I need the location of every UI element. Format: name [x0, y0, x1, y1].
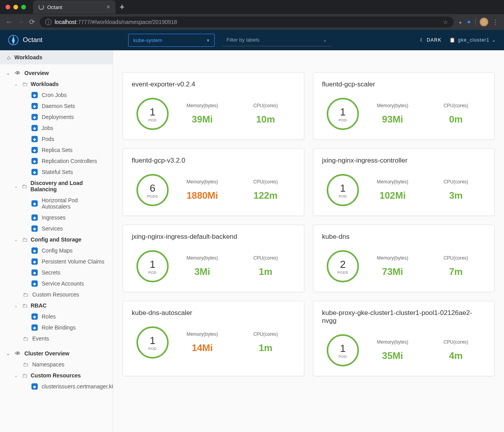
section-label: Workloads: [31, 81, 59, 87]
sidebar-section-workloads[interactable]: ⌄ 🗀 Workloads: [0, 79, 113, 90]
sidebar-item[interactable]: ◆Deployments: [0, 112, 113, 123]
sidebar-section-cluster-overview[interactable]: ⌄ 👁 Cluster Overview: [0, 348, 113, 359]
sidebar-item[interactable]: ◆Services: [0, 223, 113, 234]
chevron-down-icon: ▾: [207, 37, 210, 43]
resource-icon: ◆: [31, 258, 38, 265]
cluster-selector[interactable]: 📋 gke_cluster1 ⌄: [449, 37, 496, 43]
memory-metric: Memory(bytes)102Mi: [363, 179, 422, 201]
extension-icon[interactable]: ✦: [466, 18, 471, 26]
workload-card[interactable]: kube-dns-autoscaler1PODMemory(bytes)14Mi…: [123, 301, 304, 376]
item-label: Secrets: [42, 269, 60, 276]
workload-card[interactable]: jxing-nginx-ingress-controller1PODMemory…: [313, 148, 495, 216]
cpu-value: 1m: [236, 342, 295, 353]
card-title: fluentd-gcp-v3.2.0: [132, 157, 295, 165]
url-bar[interactable]: i localhost:7777/#/workloads/namespace/2…: [40, 16, 454, 27]
pod-count: 1: [150, 258, 155, 271]
sidebar-item[interactable]: ◆Pods: [0, 134, 113, 145]
metric-label: Memory(bytes): [363, 339, 422, 345]
pod-label: POD: [148, 347, 156, 351]
url-host: localhost: [55, 19, 76, 25]
bookmark-star-icon[interactable]: ☆: [443, 19, 448, 25]
workload-card[interactable]: kube-proxy-gke-cluster1-cluster1-pool1-0…: [313, 301, 495, 376]
cpu-metric: CPU(cores)10m: [236, 103, 295, 125]
folder-icon: 🗀: [22, 372, 28, 379]
item-label: Persistent Volume Claims: [42, 258, 105, 265]
new-tab-button[interactable]: +: [120, 2, 125, 12]
extension-icon[interactable]: ⬥: [458, 18, 462, 26]
resource-icon: ◆: [31, 92, 38, 98]
namespace-select[interactable]: kube-system ▾: [128, 34, 215, 47]
eye-icon: 👁: [14, 70, 21, 76]
sidebar-item[interactable]: ◆Jobs: [0, 123, 113, 134]
browser-tab[interactable]: Octant ×: [33, 0, 116, 14]
card-body: 1PODMemory(bytes)102MiCPU(cores)3m: [322, 174, 486, 206]
home-icon: ⌂: [7, 54, 10, 60]
sidebar-section-discovery[interactable]: ⌄ 🗀 Discovery and Load Balancing: [0, 178, 113, 195]
section-label: Discovery and Load Balancing: [30, 180, 107, 192]
forward-icon[interactable]: →: [17, 18, 24, 26]
memory-value: 102Mi: [363, 190, 422, 201]
pod-circle: 6PODS: [136, 174, 169, 206]
sidebar-item[interactable]: ◆Service Accounts: [0, 278, 113, 289]
label-filter-input[interactable]: Filter by labels ⌄: [222, 34, 332, 46]
card-body: 1PODMemory(bytes)3MiCPU(cores)1m: [132, 250, 295, 282]
sidebar-item[interactable]: ◆Roles: [0, 311, 113, 322]
close-window-icon[interactable]: [6, 5, 10, 9]
memory-metric: Memory(bytes)35Mi: [363, 339, 422, 361]
profile-avatar[interactable]: [480, 18, 488, 26]
sidebar-item[interactable]: ◆Horizontal Pod Autoscalers: [0, 195, 113, 212]
app-root: Octant kube-system ▾ Filter by labels ⌄ …: [0, 30, 504, 432]
item-label: Replica Sets: [42, 147, 73, 153]
sidebar-item[interactable]: ◆Cron Jobs: [0, 90, 113, 101]
minimize-window-icon[interactable]: [13, 5, 18, 9]
site-info-icon[interactable]: i: [45, 19, 52, 25]
back-icon[interactable]: ←: [6, 18, 13, 26]
sidebar-section-overview[interactable]: ⌄ 👁 Overview: [0, 68, 113, 79]
sidebar-section-custom-resources-2[interactable]: ⌄ 🗀 Custom Resources: [0, 370, 113, 381]
item-label: Stateful Sets: [42, 169, 73, 175]
resource-icon: ◆: [31, 313, 38, 320]
close-tab-icon[interactable]: ×: [107, 4, 110, 11]
sidebar-item[interactable]: ◆Stateful Sets: [0, 167, 113, 178]
sidebar-item-namespaces[interactable]: 🗀 Namespaces: [0, 359, 113, 370]
workload-card[interactable]: fluentd-gcp-v3.2.06PODSMemory(bytes)1880…: [123, 148, 304, 216]
dark-mode-toggle[interactable]: ☾ DARK: [420, 37, 441, 43]
chevron-down-icon: ⌄: [14, 82, 19, 87]
sidebar-item[interactable]: ◆Daemon Sets: [0, 101, 113, 112]
metric-label: CPU(cores): [426, 103, 486, 108]
metric-label: Memory(bytes): [173, 331, 232, 337]
card-body: 2PODSMemory(bytes)73MiCPU(cores)7m: [322, 250, 486, 282]
item-label: Services: [42, 225, 63, 232]
cpu-metric: CPU(cores)4m: [426, 339, 486, 361]
sidebar-item[interactable]: ◆Role Bindings: [0, 322, 113, 333]
resource-icon: ◆: [31, 225, 38, 232]
workload-card[interactable]: event-exporter-v0.2.41PODMemory(bytes)39…: [123, 72, 304, 140]
octant-logo-icon: [8, 35, 19, 46]
maximize-window-icon[interactable]: [21, 5, 26, 9]
sidebar-item[interactable]: ◆Persistent Volume Claims: [0, 256, 113, 267]
sidebar-item-clusterissuers[interactable]: ◆ clusterissuers.certmanager.k8: [0, 381, 113, 392]
metric-label: Memory(bytes): [363, 103, 422, 108]
chevron-down-icon: ⌄: [14, 303, 19, 308]
resource-icon: ◆: [31, 214, 38, 221]
sidebar-top-item[interactable]: ⌂ Workloads: [0, 50, 113, 64]
sidebar-item[interactable]: ◆Secrets: [0, 267, 113, 278]
sidebar-section-config[interactable]: ⌄ 🗀 Config and Storage: [0, 234, 113, 245]
resource-icon: ◆: [31, 269, 38, 276]
pod-circle: 1POD: [136, 98, 169, 130]
workload-card[interactable]: kube-dns2PODSMemory(bytes)73MiCPU(cores)…: [313, 225, 495, 292]
sidebar-item-custom-resources[interactable]: 🗀 Custom Resources: [0, 289, 113, 300]
cpu-metric: CPU(cores)1m: [236, 255, 295, 277]
sidebar-item[interactable]: ◆Replication Controllers: [0, 156, 113, 167]
menu-icon[interactable]: ⋮: [492, 18, 498, 26]
sidebar-item[interactable]: ◆Replica Sets: [0, 145, 113, 156]
pod-count: 2: [340, 258, 346, 271]
reload-icon[interactable]: ⟳: [29, 18, 35, 26]
workload-card[interactable]: jxing-nginx-ingress-default-backend1PODM…: [123, 225, 304, 292]
sidebar-section-rbac[interactable]: ⌄ 🗀 RBAC: [0, 300, 113, 311]
sidebar-item-events[interactable]: 🗀 Events: [0, 333, 113, 344]
workload-card[interactable]: fluentd-gcp-scaler1PODMemory(bytes)93MiC…: [313, 72, 495, 140]
sidebar-item[interactable]: ◆Ingresses: [0, 212, 113, 223]
app-logo[interactable]: Octant: [8, 35, 42, 46]
sidebar-item[interactable]: ◆Config Maps: [0, 245, 113, 256]
